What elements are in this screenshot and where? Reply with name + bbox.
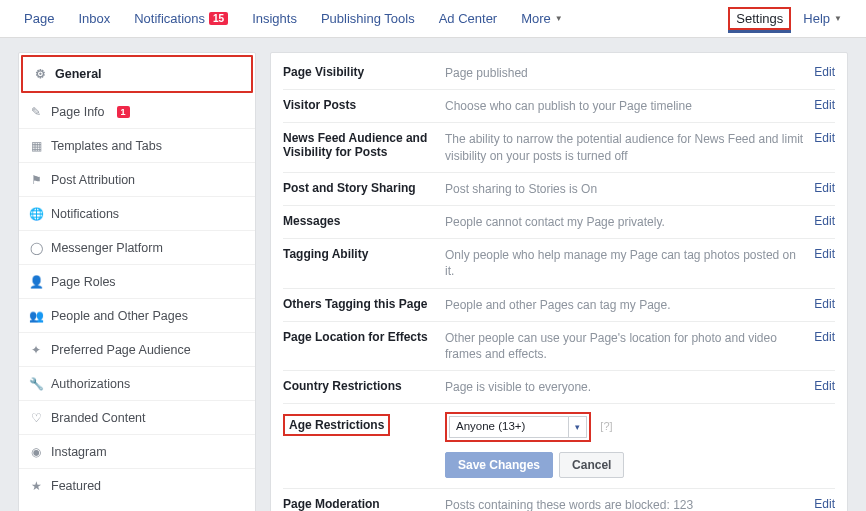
wrench-icon: 🔧 xyxy=(29,377,43,391)
sidebar-item-label: Messenger Platform xyxy=(51,241,163,255)
sidebar-item-label: Branded Content xyxy=(51,411,146,425)
messenger-icon: ◯ xyxy=(29,241,43,255)
sidebar-item-page-roles[interactable]: 👤 Page Roles xyxy=(19,265,255,299)
sidebar-item-label: People and Other Pages xyxy=(51,309,188,323)
sidebar-item-page-info[interactable]: ✎ Page Info 1 xyxy=(19,95,255,129)
sidebar-item-label: Authorizations xyxy=(51,377,130,391)
nav-ad-center[interactable]: Ad Center xyxy=(427,0,510,38)
nav-help[interactable]: Help ▼ xyxy=(791,0,854,38)
row-label: Page Location for Effects xyxy=(283,330,435,344)
row-visitor-posts: Visitor Posts Choose who can publish to … xyxy=(283,90,835,123)
nav-label: More xyxy=(521,11,551,26)
row-age-restrictions: Age Restrictions Anyone (13+) ▾ [?] Save… xyxy=(283,404,835,489)
nav-label: Inbox xyxy=(78,11,110,26)
row-country-restrictions: Country Restrictions Page is visible to … xyxy=(283,371,835,404)
heart-icon: ♡ xyxy=(29,411,43,425)
row-value: Posts containing these words are blocked… xyxy=(445,497,804,511)
row-value: Only people who help manage my Page can … xyxy=(445,247,804,279)
age-restrictions-select[interactable]: Anyone (13+) ▾ xyxy=(449,416,587,438)
edit-link[interactable]: Edit xyxy=(814,214,835,228)
sidebar-item-preferred-audience[interactable]: ✦ Preferred Page Audience xyxy=(19,333,255,367)
age-restrictions-highlight: Age Restrictions xyxy=(283,414,390,436)
sidebar-item-notifications[interactable]: 🌐 Notifications xyxy=(19,197,255,231)
globe-icon: 🌐 xyxy=(29,207,43,221)
sidebar-highlight: ⚙ General xyxy=(21,55,253,93)
row-label: Messages xyxy=(283,214,435,228)
settings-highlight: Settings xyxy=(728,7,791,30)
grid-icon: ▦ xyxy=(29,139,43,153)
row-label: Age Restrictions xyxy=(283,412,435,436)
chevron-down-icon: ▼ xyxy=(555,14,563,23)
sidebar-item-label: Notifications xyxy=(51,207,119,221)
edit-link[interactable]: Edit xyxy=(814,98,835,112)
people-icon: 👥 xyxy=(29,309,43,323)
row-value: People and other Pages can tag my Page. xyxy=(445,297,804,313)
row-label: Post and Story Sharing xyxy=(283,181,435,195)
nav-settings[interactable]: Settings xyxy=(728,0,791,38)
sidebar-item-label: Templates and Tabs xyxy=(51,139,162,153)
edit-link[interactable]: Edit xyxy=(814,65,835,79)
row-messages: Messages People cannot contact my Page p… xyxy=(283,206,835,239)
sidebar-item-templates[interactable]: ▦ Templates and Tabs xyxy=(19,129,255,163)
nav-notifications[interactable]: Notifications 15 xyxy=(122,0,240,38)
row-value: Page is visible to everyone. xyxy=(445,379,804,395)
sidebar-item-label: Preferred Page Audience xyxy=(51,343,191,357)
edit-link[interactable]: Edit xyxy=(814,379,835,393)
nav-insights[interactable]: Insights xyxy=(240,0,309,38)
edit-link[interactable]: Edit xyxy=(814,181,835,195)
edit-link[interactable]: Edit xyxy=(814,330,835,344)
settings-underline xyxy=(728,30,791,33)
row-others-tagging: Others Tagging this Page People and othe… xyxy=(283,289,835,322)
age-select-highlight: Anyone (13+) ▾ xyxy=(445,412,591,442)
sidebar-item-instagram[interactable]: ◉ Instagram xyxy=(19,435,255,469)
nav-more[interactable]: More ▼ xyxy=(509,0,575,38)
sidebar-item-messenger[interactable]: ◯ Messenger Platform xyxy=(19,231,255,265)
row-value: Page published xyxy=(445,65,804,81)
notifications-badge: 15 xyxy=(209,12,228,25)
row-post-story-sharing: Post and Story Sharing Post sharing to S… xyxy=(283,173,835,206)
nav-page[interactable]: Page xyxy=(12,0,66,38)
sidebar-item-branded-content[interactable]: ♡ Branded Content xyxy=(19,401,255,435)
edit-link[interactable]: Edit xyxy=(814,247,835,261)
sidebar-item-featured[interactable]: ★ Featured xyxy=(19,469,255,503)
chevron-down-icon: ▾ xyxy=(568,417,586,437)
nav-publishing-tools[interactable]: Publishing Tools xyxy=(309,0,427,38)
row-label: Country Restrictions xyxy=(283,379,435,393)
row-page-visibility: Page Visibility Page published Edit xyxy=(283,57,835,90)
settings-content: Page Visibility Page published Edit Visi… xyxy=(270,52,848,511)
edit-link[interactable]: Edit xyxy=(814,297,835,311)
nav-inbox[interactable]: Inbox xyxy=(66,0,122,38)
sidebar-item-label: Page Info xyxy=(51,105,105,119)
save-changes-button[interactable]: Save Changes xyxy=(445,452,553,478)
nav-label: Publishing Tools xyxy=(321,11,415,26)
row-label: Tagging Ability xyxy=(283,247,435,261)
cancel-button[interactable]: Cancel xyxy=(559,452,624,478)
help-icon[interactable]: [?] xyxy=(600,420,612,432)
nav-right: Settings Help ▼ xyxy=(728,0,854,38)
edit-link[interactable]: Edit xyxy=(814,131,835,145)
sidebar-item-label: Post Attribution xyxy=(51,173,135,187)
sidebar-item-label: General xyxy=(55,67,102,81)
sidebar-item-general[interactable]: ⚙ General xyxy=(23,57,251,91)
pencil-icon: ✎ xyxy=(29,105,43,119)
nav-label: Ad Center xyxy=(439,11,498,26)
row-value: Anyone (13+) ▾ [?] Save Changes Cancel xyxy=(445,412,835,478)
row-value: Choose who can publish to your Page time… xyxy=(445,98,804,114)
row-page-moderation: Page Moderation Posts containing these w… xyxy=(283,489,835,511)
age-select-value: Anyone (13+) xyxy=(450,419,568,435)
gear-icon: ⚙ xyxy=(33,67,47,81)
row-page-location-effects: Page Location for Effects Other people c… xyxy=(283,322,835,371)
chevron-down-icon: ▼ xyxy=(834,14,842,23)
row-tagging-ability: Tagging Ability Only people who help man… xyxy=(283,239,835,288)
row-label: Page Visibility xyxy=(283,65,435,79)
sidebar-item-post-attribution[interactable]: ⚑ Post Attribution xyxy=(19,163,255,197)
nav-label: Notifications xyxy=(134,11,205,26)
top-nav: Page Inbox Notifications 15 Insights Pub… xyxy=(0,0,866,38)
instagram-icon: ◉ xyxy=(29,445,43,459)
nav-label: Settings xyxy=(736,11,783,26)
row-news-feed-audience: News Feed Audience and Visibility for Po… xyxy=(283,123,835,172)
edit-link[interactable]: Edit xyxy=(814,497,835,511)
sidebar-item-authorizations[interactable]: 🔧 Authorizations xyxy=(19,367,255,401)
nav-left: Page Inbox Notifications 15 Insights Pub… xyxy=(12,0,575,38)
sidebar-item-people[interactable]: 👥 People and Other Pages xyxy=(19,299,255,333)
